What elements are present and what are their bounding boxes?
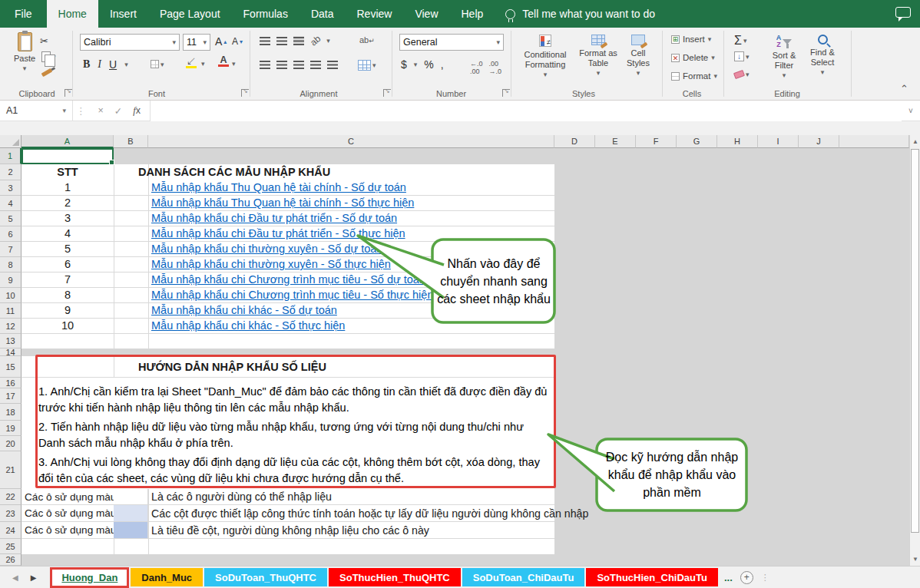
column-header-B[interactable]: B — [114, 135, 148, 148]
row-header-4[interactable]: 4 — [0, 196, 22, 211]
italic-button[interactable]: I — [98, 58, 101, 71]
column-header-I[interactable]: I — [758, 135, 799, 148]
column-header-J[interactable]: J — [799, 135, 839, 148]
wrap-text-button[interactable]: ab↵ — [359, 35, 375, 45]
sheet-link[interactable]: Mẫu nhập khẩu chi khác - Số thực hiện — [151, 319, 345, 333]
underline-button[interactable]: U — [109, 58, 117, 71]
row-header-17[interactable]: 17 — [0, 388, 22, 404]
font-color-dropdown-icon[interactable]: ▾ — [232, 60, 236, 68]
align-center-icon[interactable] — [276, 60, 287, 69]
ribbon-tab-view[interactable]: View — [403, 0, 449, 28]
paste-button[interactable]: Paste ▾ — [9, 32, 40, 74]
alignment-dialog-launcher-icon[interactable] — [383, 89, 391, 97]
row-header-8[interactable]: 8 — [0, 257, 22, 273]
sheet-link[interactable]: Mẫu nhập khẩu Thu Quan hệ tài chính - Số… — [151, 180, 406, 195]
row-header-19[interactable]: 19 — [0, 421, 22, 436]
vertical-scrollbar[interactable]: ▲ ▼ — [909, 135, 920, 566]
scroll-down-icon[interactable]: ▼ — [910, 553, 920, 566]
align-top-icon[interactable] — [260, 36, 270, 45]
row-header-11[interactable]: 11 — [0, 303, 22, 319]
decrease-decimal-icon[interactable]: .00→.0 — [489, 60, 502, 75]
currency-button[interactable]: $ — [401, 58, 407, 71]
name-box-dropdown-icon[interactable]: ▾ — [62, 107, 66, 114]
formula-input[interactable] — [151, 101, 902, 121]
bold-button[interactable]: B — [83, 58, 90, 71]
collapse-ribbon-icon[interactable]: ⌃ — [900, 83, 908, 94]
sheet-link[interactable]: Mẫu nhập khẩu chi Chương trình mục tiêu … — [151, 288, 433, 302]
delete-cells-button[interactable]: ✕ Delete▾ — [671, 53, 715, 62]
borders-button[interactable]: ▾ — [151, 60, 164, 68]
sheet-tab-SoDuToan_ThuQHTC[interactable]: SoDuToan_ThuQHTC — [204, 568, 327, 586]
select-all-corner[interactable] — [0, 135, 22, 148]
font-size-combo[interactable]: 11▾ — [183, 34, 210, 51]
add-sheet-button[interactable]: + — [740, 571, 753, 584]
merge-center-button[interactable]: ▾ — [358, 60, 376, 71]
sheet-tab-Danh_Muc[interactable]: Danh_Muc — [131, 568, 203, 586]
sheet-link[interactable]: Mẫu nhập khẩu chi Chương trình mục tiêu … — [151, 273, 425, 287]
cell-A2-stt-header[interactable]: STT — [22, 164, 114, 180]
ribbon-tab-data[interactable]: Data — [299, 0, 346, 28]
row-header-6[interactable]: 6 — [0, 226, 22, 242]
row-header-15[interactable]: 15 — [0, 356, 22, 378]
row-header-10[interactable]: 10 — [0, 288, 22, 303]
column-header-A[interactable]: A — [22, 135, 114, 148]
format-as-table-button[interactable]: Format as Table ▾ — [574, 35, 622, 78]
sheet-link[interactable]: Mẫu nhập khẩu chi Đầu tư phát triển - Số… — [151, 211, 397, 226]
selected-cell-A1[interactable] — [22, 148, 114, 164]
format-cells-button[interactable]: Format▾ — [671, 71, 717, 81]
sheet-link[interactable]: Mẫu nhập khẩu chi thường xuyên - Số thực… — [151, 257, 391, 272]
sheet-tab-SoThucHien_ThuQHTC[interactable]: SoThucHien_ThuQHTC — [329, 568, 461, 586]
row-header-12[interactable]: 12 — [0, 319, 22, 334]
sort-filter-button[interactable]: AZ Sort & Filter ▾ — [766, 35, 802, 81]
cut-button[interactable]: ✂ — [40, 35, 48, 47]
row-header-14[interactable]: 14 — [0, 349, 22, 356]
fill-color-dropdown-icon[interactable]: ▾ — [201, 60, 205, 68]
cell-B2-list-title[interactable]: DANH SÁCH CÁC MẪU NHẬP KHẨU — [138, 164, 330, 180]
align-bottom-icon[interactable] — [293, 36, 304, 45]
row-header-2[interactable]: 2 — [0, 164, 22, 180]
sheet-tab-SoDuToan_ChiDauTu[interactable]: SoDuToan_ChiDauTu — [462, 568, 585, 586]
number-format-combo[interactable]: General▾ — [399, 34, 504, 51]
row-header-22[interactable]: 22 — [0, 489, 22, 505]
sheet-nav-right-icon[interactable]: ▶ — [31, 573, 37, 582]
font-dialog-launcher-icon[interactable] — [241, 89, 249, 97]
ribbon-tab-file[interactable]: File — [0, 0, 47, 28]
increase-decimal-icon[interactable]: ←.0.00 — [470, 60, 483, 75]
row-header-9[interactable]: 9 — [0, 273, 22, 288]
increase-indent-icon[interactable] — [327, 60, 338, 69]
row-header-23[interactable]: 23 — [0, 505, 22, 522]
row-header-25[interactable]: 25 — [0, 539, 22, 554]
ribbon-tab-review[interactable]: Review — [346, 0, 404, 28]
underline-dropdown-icon[interactable]: ▾ — [124, 61, 128, 68]
row-header-26[interactable]: 26 — [0, 554, 22, 566]
cell-B15-guide-title[interactable]: HƯỚNG DẪN NHẬP KHẨU SỐ LIỆU — [138, 356, 326, 378]
ribbon-tab-insert[interactable]: Insert — [98, 0, 148, 28]
percent-button[interactable]: % — [424, 58, 433, 71]
row-header-20[interactable]: 20 — [0, 436, 22, 451]
ribbon-tab-page-layout[interactable]: Page Layout — [148, 0, 232, 28]
sheet-nav-left-icon[interactable]: ◀ — [12, 573, 18, 582]
font-color-button[interactable]: A — [218, 56, 229, 67]
number-dialog-launcher-icon[interactable] — [502, 89, 510, 97]
row-header-18[interactable]: 18 — [0, 404, 22, 421]
column-header-G[interactable]: G — [677, 135, 717, 148]
cancel-icon[interactable]: × — [98, 105, 104, 116]
formula-bar-expand-icon[interactable]: ˅ — [902, 107, 920, 115]
copy-button[interactable]: ▾ — [41, 51, 56, 62]
column-header-H[interactable]: H — [717, 135, 758, 148]
sheet-link[interactable]: Mẫu nhập khẩu chi Đầu tư phát triển - Số… — [151, 226, 405, 241]
row-header-24[interactable]: 24 — [0, 522, 22, 539]
align-right-icon[interactable] — [293, 60, 304, 69]
align-left-icon[interactable] — [260, 60, 270, 69]
row-header-16[interactable]: 16 — [0, 378, 22, 388]
sheet-link[interactable]: Mẫu nhập khẩu Thu Quan hệ tài chính - Số… — [151, 196, 414, 210]
fill-button[interactable]: ↓▾ — [734, 51, 750, 61]
find-select-button[interactable]: Find & Select ▾ — [805, 35, 840, 78]
conditional-formatting-button[interactable]: Conditional Formatting ▾ — [521, 35, 570, 80]
column-header-C[interactable]: C — [148, 135, 554, 148]
format-painter-button[interactable] — [41, 71, 52, 74]
column-header-D[interactable]: D — [554, 135, 595, 148]
comment-icon[interactable] — [895, 7, 911, 18]
tell-me[interactable]: Tell me what you want to do — [505, 0, 655, 28]
orientation-dropdown-icon[interactable]: ▾ — [326, 37, 330, 45]
